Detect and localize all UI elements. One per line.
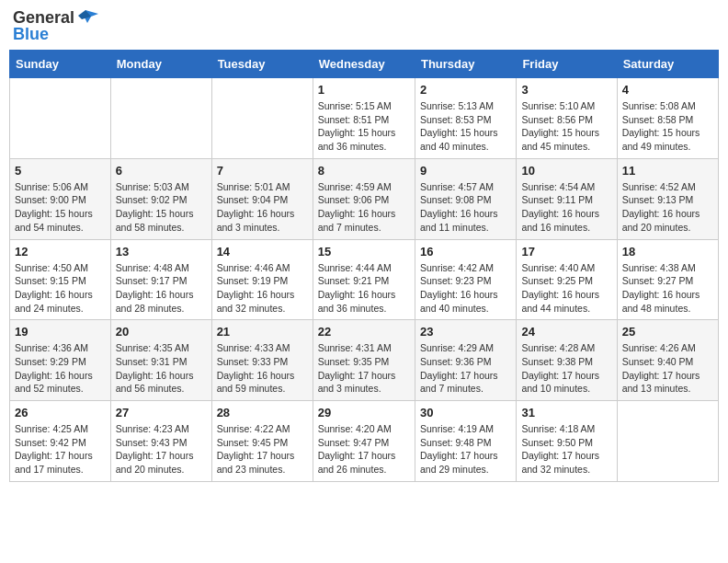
day-number: 31 xyxy=(521,406,611,419)
weekday-header-monday: Monday xyxy=(110,51,211,78)
day-info: Sunrise: 5:06 AMSunset: 9:00 PMDaylight:… xyxy=(15,180,106,235)
weekday-header-friday: Friday xyxy=(517,51,617,78)
calendar-cell: 19Sunrise: 4:36 AMSunset: 9:29 PMDayligh… xyxy=(10,320,111,401)
calendar-cell: 27Sunrise: 4:23 AMSunset: 9:43 PMDayligh… xyxy=(110,401,211,482)
calendar-cell xyxy=(10,78,111,159)
day-number: 20 xyxy=(116,325,207,339)
calendar-cell: 22Sunrise: 4:31 AMSunset: 9:35 PMDayligh… xyxy=(313,320,415,401)
logo-general-text: General xyxy=(13,9,74,26)
day-info: Sunrise: 4:36 AMSunset: 9:29 PMDaylight:… xyxy=(15,341,106,396)
day-info: Sunrise: 4:48 AMSunset: 9:17 PMDaylight:… xyxy=(116,261,207,316)
day-info: Sunrise: 4:38 AMSunset: 9:27 PMDaylight:… xyxy=(622,261,713,316)
day-info: Sunrise: 4:54 AMSunset: 9:11 PMDaylight:… xyxy=(521,180,611,235)
day-number: 16 xyxy=(420,245,511,259)
weekday-header-saturday: Saturday xyxy=(617,51,718,78)
calendar-week-row: 12Sunrise: 4:50 AMSunset: 9:15 PMDayligh… xyxy=(10,239,719,320)
day-number: 22 xyxy=(318,325,410,339)
calendar-body: 1Sunrise: 5:15 AMSunset: 8:51 PMDaylight… xyxy=(10,78,719,482)
day-info: Sunrise: 4:28 AMSunset: 9:38 PMDaylight:… xyxy=(521,341,611,396)
calendar-cell: 4Sunrise: 5:08 AMSunset: 8:58 PMDaylight… xyxy=(617,78,718,159)
calendar-cell: 8Sunrise: 4:59 AMSunset: 9:06 PMDaylight… xyxy=(313,158,415,239)
day-info: Sunrise: 4:18 AMSunset: 9:50 PMDaylight:… xyxy=(521,422,611,477)
day-number: 11 xyxy=(622,164,713,178)
day-info: Sunrise: 4:26 AMSunset: 9:40 PMDaylight:… xyxy=(622,341,713,396)
page-header: General Blue xyxy=(9,9,719,42)
day-info: Sunrise: 4:46 AMSunset: 9:19 PMDaylight:… xyxy=(217,261,308,316)
calendar-cell: 1Sunrise: 5:15 AMSunset: 8:51 PMDaylight… xyxy=(313,78,415,159)
day-info: Sunrise: 4:23 AMSunset: 9:43 PMDaylight:… xyxy=(116,422,207,477)
calendar-cell: 2Sunrise: 5:13 AMSunset: 8:53 PMDaylight… xyxy=(415,78,516,159)
day-info: Sunrise: 5:15 AMSunset: 8:51 PMDaylight:… xyxy=(318,99,410,154)
day-number: 15 xyxy=(318,245,410,259)
day-number: 1 xyxy=(318,83,410,97)
day-number: 27 xyxy=(116,406,207,419)
day-info: Sunrise: 4:42 AMSunset: 9:23 PMDaylight:… xyxy=(420,261,511,316)
calendar-cell: 29Sunrise: 4:20 AMSunset: 9:47 PMDayligh… xyxy=(313,401,415,482)
day-number: 29 xyxy=(318,406,410,419)
calendar-week-row: 26Sunrise: 4:25 AMSunset: 9:42 PMDayligh… xyxy=(10,401,719,482)
calendar-week-row: 19Sunrise: 4:36 AMSunset: 9:29 PMDayligh… xyxy=(10,320,719,401)
day-info: Sunrise: 5:08 AMSunset: 8:58 PMDaylight:… xyxy=(622,99,713,154)
day-info: Sunrise: 4:25 AMSunset: 9:42 PMDaylight:… xyxy=(15,422,106,477)
calendar-cell: 24Sunrise: 4:28 AMSunset: 9:38 PMDayligh… xyxy=(517,320,617,401)
day-info: Sunrise: 5:10 AMSunset: 8:56 PMDaylight:… xyxy=(521,99,611,154)
day-info: Sunrise: 4:44 AMSunset: 9:21 PMDaylight:… xyxy=(318,261,410,316)
day-number: 21 xyxy=(217,325,308,339)
weekday-header-tuesday: Tuesday xyxy=(211,51,313,78)
day-info: Sunrise: 4:31 AMSunset: 9:35 PMDaylight:… xyxy=(318,341,410,396)
day-number: 2 xyxy=(420,83,511,97)
logo: General Blue xyxy=(13,9,98,42)
calendar-cell: 5Sunrise: 5:06 AMSunset: 9:00 PMDaylight… xyxy=(10,158,111,239)
weekday-header-thursday: Thursday xyxy=(415,51,516,78)
calendar-cell: 11Sunrise: 4:52 AMSunset: 9:13 PMDayligh… xyxy=(617,158,718,239)
calendar-cell: 20Sunrise: 4:35 AMSunset: 9:31 PMDayligh… xyxy=(110,320,211,401)
day-info: Sunrise: 4:57 AMSunset: 9:08 PMDaylight:… xyxy=(420,180,511,235)
day-number: 9 xyxy=(420,164,511,178)
calendar-cell: 18Sunrise: 4:38 AMSunset: 9:27 PMDayligh… xyxy=(617,239,718,320)
calendar-cell: 12Sunrise: 4:50 AMSunset: 9:15 PMDayligh… xyxy=(10,239,111,320)
day-number: 10 xyxy=(521,164,611,178)
day-info: Sunrise: 5:13 AMSunset: 8:53 PMDaylight:… xyxy=(420,99,511,154)
day-number: 17 xyxy=(521,245,611,259)
calendar-cell: 17Sunrise: 4:40 AMSunset: 9:25 PMDayligh… xyxy=(517,239,617,320)
calendar-cell: 28Sunrise: 4:22 AMSunset: 9:45 PMDayligh… xyxy=(211,401,313,482)
logo-blue-text: Blue xyxy=(13,26,49,42)
day-info: Sunrise: 4:29 AMSunset: 9:36 PMDaylight:… xyxy=(420,341,511,396)
day-number: 3 xyxy=(521,83,611,97)
day-info: Sunrise: 4:19 AMSunset: 9:48 PMDaylight:… xyxy=(420,422,511,477)
day-number: 25 xyxy=(622,325,713,339)
calendar-cell: 10Sunrise: 4:54 AMSunset: 9:11 PMDayligh… xyxy=(517,158,617,239)
calendar-cell: 14Sunrise: 4:46 AMSunset: 9:19 PMDayligh… xyxy=(211,239,313,320)
day-number: 23 xyxy=(420,325,511,339)
weekday-header-sunday: Sunday xyxy=(10,51,111,78)
day-number: 28 xyxy=(217,406,308,419)
calendar-cell: 3Sunrise: 5:10 AMSunset: 8:56 PMDaylight… xyxy=(517,78,617,159)
day-info: Sunrise: 4:22 AMSunset: 9:45 PMDaylight:… xyxy=(217,422,308,477)
day-number: 30 xyxy=(420,406,511,419)
day-info: Sunrise: 5:03 AMSunset: 9:02 PMDaylight:… xyxy=(116,180,207,235)
day-number: 26 xyxy=(15,406,106,419)
weekday-header-row: SundayMondayTuesdayWednesdayThursdayFrid… xyxy=(10,51,719,78)
calendar-cell xyxy=(211,78,313,159)
calendar-cell: 16Sunrise: 4:42 AMSunset: 9:23 PMDayligh… xyxy=(415,239,516,320)
day-number: 4 xyxy=(622,83,713,97)
calendar-week-row: 1Sunrise: 5:15 AMSunset: 8:51 PMDaylight… xyxy=(10,78,719,159)
day-info: Sunrise: 5:01 AMSunset: 9:04 PMDaylight:… xyxy=(217,180,308,235)
weekday-header-wednesday: Wednesday xyxy=(313,51,415,78)
calendar-cell: 7Sunrise: 5:01 AMSunset: 9:04 PMDaylight… xyxy=(211,158,313,239)
calendar-cell: 21Sunrise: 4:33 AMSunset: 9:33 PMDayligh… xyxy=(211,320,313,401)
calendar-week-row: 5Sunrise: 5:06 AMSunset: 9:00 PMDaylight… xyxy=(10,158,719,239)
calendar-header: SundayMondayTuesdayWednesdayThursdayFrid… xyxy=(10,51,719,78)
day-number: 14 xyxy=(217,245,308,259)
calendar-cell: 31Sunrise: 4:18 AMSunset: 9:50 PMDayligh… xyxy=(517,401,617,482)
logo-bird-icon xyxy=(78,8,98,25)
day-number: 8 xyxy=(318,164,410,178)
day-info: Sunrise: 4:50 AMSunset: 9:15 PMDaylight:… xyxy=(15,261,106,316)
day-number: 6 xyxy=(116,164,207,178)
day-info: Sunrise: 4:59 AMSunset: 9:06 PMDaylight:… xyxy=(318,180,410,235)
day-number: 24 xyxy=(521,325,611,339)
calendar-cell: 30Sunrise: 4:19 AMSunset: 9:48 PMDayligh… xyxy=(415,401,516,482)
day-number: 13 xyxy=(116,245,207,259)
day-info: Sunrise: 4:52 AMSunset: 9:13 PMDaylight:… xyxy=(622,180,713,235)
day-info: Sunrise: 4:33 AMSunset: 9:33 PMDaylight:… xyxy=(217,341,308,396)
